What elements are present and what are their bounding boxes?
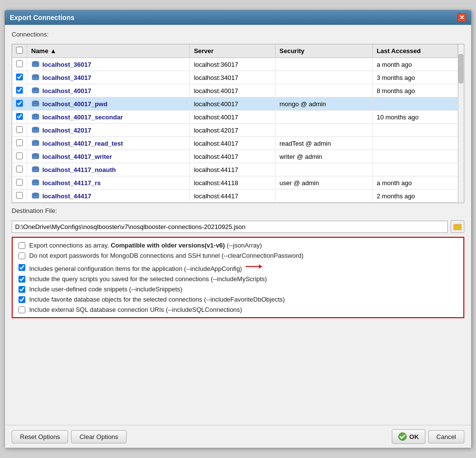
row-server: localhost:44117 [190, 163, 275, 176]
table-row[interactable]: localhost_44017_read_test localhost:4401… [12, 137, 458, 150]
table-scroll-area[interactable]: Name ▲ Server Security Last Accessed [12, 44, 458, 203]
row-checkbox[interactable] [16, 179, 23, 186]
row-last-accessed: 2 months ago [372, 190, 458, 203]
row-checkbox-cell [12, 58, 27, 71]
option-checkbox[interactable] [18, 264, 25, 271]
row-checkbox[interactable] [16, 126, 23, 133]
destination-row [12, 220, 464, 233]
table-header-row: Name ▲ Server Security Last Accessed [12, 44, 458, 58]
row-name-text: localhost_44017_writer [42, 153, 112, 160]
table-row[interactable]: localhost_44417 localhost:444172 months … [12, 190, 458, 203]
row-checkbox[interactable] [16, 113, 23, 120]
option-label: Includes general configuration items for… [29, 262, 262, 272]
svg-point-34 [32, 143, 39, 146]
col-last-accessed[interactable]: Last Accessed [372, 44, 458, 58]
ok-button[interactable]: OK [392, 429, 425, 444]
row-last-accessed [372, 163, 458, 176]
row-name-cell: localhost_42017 [27, 124, 190, 137]
table-row[interactable]: localhost_42017 localhost:42017 [12, 124, 458, 137]
table-scrollbar[interactable] [458, 44, 464, 203]
dialog-title: Export Connections [10, 14, 74, 21]
table-row[interactable]: localhost_36017 localhost:36017a month a… [12, 58, 458, 71]
row-name-text: localhost_44017_read_test [42, 140, 123, 147]
row-server: localhost:40017 [190, 111, 275, 124]
row-checkbox[interactable] [16, 153, 23, 159]
row-name-text: localhost_42017 [42, 127, 91, 134]
option-row: Export connections as array, Compatible … [18, 242, 458, 249]
row-name-cell: localhost_34017 [27, 71, 190, 84]
table-row[interactable]: localhost_40017 localhost:400178 months … [12, 84, 458, 97]
svg-marker-57 [259, 265, 262, 269]
db-icon [31, 99, 40, 108]
row-name-cell: localhost_40017_secondar [27, 111, 190, 124]
reset-options-button[interactable]: Reset Options [12, 430, 68, 443]
option-checkbox[interactable] [18, 276, 25, 283]
row-name-text: localhost_34017 [42, 74, 91, 81]
option-checkbox[interactable] [18, 306, 25, 313]
connections-label: Connections: [12, 31, 464, 38]
connections-table-container: Name ▲ Server Security Last Accessed [12, 44, 464, 203]
option-label: Include favorite database objects for th… [29, 296, 285, 303]
db-icon [31, 178, 40, 187]
row-last-accessed: 3 months ago [372, 71, 458, 84]
svg-point-58 [399, 433, 406, 440]
row-checkbox[interactable] [16, 139, 23, 146]
export-connections-dialog: Export Connections ✕ Connections: Name ▲… [4, 10, 472, 448]
option-checkbox[interactable] [18, 242, 25, 249]
dialog-body: Connections: Name ▲ Server Security Last… [5, 25, 471, 425]
db-icon [31, 126, 40, 134]
row-checkbox-cell [12, 97, 27, 111]
row-checkbox[interactable] [16, 74, 23, 80]
row-name-cell: localhost_36017 [27, 58, 190, 71]
table-row[interactable]: localhost_44117_rs localhost:44118user @… [12, 176, 458, 190]
row-server: localhost:36017 [190, 58, 275, 71]
folder-icon [453, 222, 462, 231]
col-name[interactable]: Name ▲ [27, 44, 190, 58]
db-icon [31, 73, 40, 82]
table-row[interactable]: localhost_34017 localhost:340173 months … [12, 71, 458, 84]
option-checkbox[interactable] [18, 252, 25, 259]
row-name-text: localhost_44117_rs [42, 179, 101, 187]
table-row[interactable]: localhost_40017_secondar localhost:40017… [12, 111, 458, 124]
col-security[interactable]: Security [275, 44, 373, 58]
ok-checkmark-icon [398, 432, 407, 441]
table-row[interactable]: localhost_44017_writer localhost:44017wr… [12, 150, 458, 163]
option-checkbox[interactable] [18, 286, 25, 293]
row-last-accessed [372, 97, 458, 111]
row-server: localhost:44017 [190, 137, 275, 150]
row-checkbox-cell [12, 71, 27, 84]
clear-options-button[interactable]: Clear Options [71, 430, 126, 443]
row-checkbox[interactable] [16, 87, 23, 94]
option-checkbox[interactable] [18, 296, 25, 303]
row-security [275, 58, 373, 71]
db-icon [31, 60, 40, 69]
col-checkbox [12, 44, 27, 58]
arrow-indicator [245, 262, 262, 271]
row-checkbox[interactable] [16, 166, 23, 172]
row-checkbox[interactable] [16, 192, 23, 199]
option-row: Include favorite database objects for th… [18, 296, 458, 303]
row-security: writer @ admin [275, 150, 373, 163]
row-security: mongo @ admin [275, 97, 373, 111]
table-row[interactable]: localhost_40017_pwd localhost:40017mongo… [12, 97, 458, 111]
row-checkbox[interactable] [16, 60, 23, 67]
svg-point-24 [32, 117, 39, 119]
row-checkbox-cell [12, 150, 27, 163]
db-icon [31, 165, 40, 174]
svg-point-9 [32, 77, 39, 80]
row-name-cell: localhost_44017_writer [27, 150, 190, 163]
close-button[interactable]: ✕ [458, 13, 466, 22]
browse-folder-button[interactable] [451, 220, 464, 233]
row-server: localhost:44118 [190, 176, 275, 190]
destination-input[interactable] [12, 221, 448, 233]
row-name-cell: localhost_40017_pwd [27, 97, 190, 111]
row-name-cell: localhost_44117_noauth [27, 163, 190, 176]
table-row[interactable]: localhost_44117_noauth localhost:44117 [12, 163, 458, 176]
select-all-checkbox[interactable] [16, 47, 23, 54]
col-server[interactable]: Server [190, 44, 275, 58]
scrollbar-thumb[interactable] [458, 54, 463, 83]
svg-point-4 [32, 64, 39, 67]
cancel-button[interactable]: Cancel [428, 430, 464, 443]
option-row: Include the query scripts you saved for … [18, 275, 458, 283]
row-checkbox[interactable] [16, 100, 23, 107]
